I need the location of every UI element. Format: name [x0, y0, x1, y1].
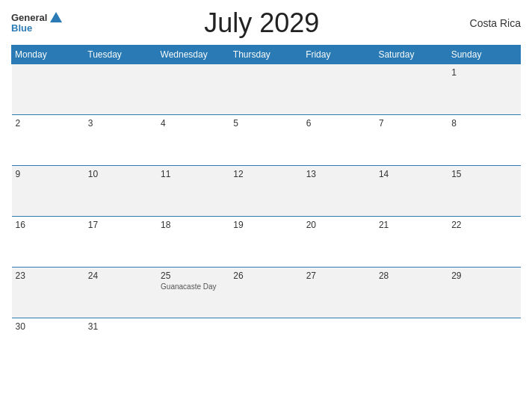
calendar-week-row: 2345678 [12, 115, 521, 166]
weekday-header-sunday: Sunday [448, 46, 520, 64]
day-number: 6 [306, 118, 371, 129]
day-number: 26 [233, 271, 298, 281]
weekday-header-wednesday: Wednesday [157, 46, 229, 64]
calendar-day-cell: 14 [375, 166, 448, 217]
calendar-day-cell: 21 [375, 217, 448, 268]
calendar-week-row: 9101112131415 [12, 166, 521, 217]
calendar-day-cell [229, 64, 302, 115]
day-number: 11 [161, 169, 226, 179]
calendar-day-cell: 9 [12, 166, 84, 217]
day-number: 9 [16, 169, 81, 179]
calendar-body: 1234567891011121314151617181920212223242… [12, 64, 521, 369]
calendar-day-cell: 1 [448, 64, 520, 115]
day-number: 18 [161, 220, 226, 230]
calendar-day-cell: 4 [157, 115, 229, 166]
holiday-label: Guanacaste Day [161, 282, 226, 291]
logo-triangle-icon [50, 12, 62, 22]
calendar-day-cell: 15 [448, 166, 520, 217]
day-number: 28 [379, 271, 444, 281]
day-number: 25 [161, 271, 226, 281]
calendar-header: General Blue July 2029 Costa Rica [11, 7, 521, 39]
day-number: 30 [16, 321, 81, 332]
calendar-day-cell [229, 318, 302, 369]
calendar-week-row: 3031 [12, 318, 521, 369]
calendar-day-cell: 16 [12, 217, 84, 268]
day-number: 7 [379, 118, 444, 129]
calendar-day-cell: 23 [12, 268, 84, 318]
calendar-day-cell: 2 [12, 115, 84, 166]
day-number: 12 [233, 169, 298, 179]
calendar-day-cell: 27 [303, 268, 375, 318]
calendar-day-cell [157, 318, 229, 369]
day-number: 29 [451, 271, 516, 281]
calendar-day-cell [84, 64, 157, 115]
day-number: 15 [451, 169, 516, 179]
logo-general-text: General [11, 13, 47, 23]
calendar-day-cell [303, 318, 375, 369]
calendar-day-cell: 17 [84, 217, 157, 268]
day-number: 10 [88, 169, 153, 179]
day-number: 16 [16, 220, 81, 230]
weekday-header-friday: Friday [303, 46, 375, 64]
calendar-day-cell: 25Guanacaste Day [157, 268, 229, 318]
calendar-day-cell: 24 [84, 268, 157, 318]
day-number: 1 [451, 67, 516, 78]
calendar-week-row: 232425Guanacaste Day26272829 [12, 268, 521, 318]
weekday-header-monday: Monday [12, 46, 84, 64]
day-number: 23 [16, 271, 81, 281]
calendar-week-row: 1 [12, 64, 521, 115]
calendar-day-cell: 8 [448, 115, 520, 166]
day-number: 8 [451, 118, 516, 129]
day-number: 21 [379, 220, 444, 230]
calendar-day-cell: 22 [448, 217, 520, 268]
calendar-day-cell: 7 [375, 115, 448, 166]
calendar-day-cell: 28 [375, 268, 448, 318]
calendar-day-cell: 3 [84, 115, 157, 166]
day-number: 14 [379, 169, 444, 179]
day-number: 17 [88, 220, 153, 230]
day-number: 22 [451, 220, 516, 230]
calendar-day-cell [157, 64, 229, 115]
day-number: 2 [16, 118, 81, 129]
calendar-day-cell: 30 [12, 318, 84, 369]
weekday-header-row: MondayTuesdayWednesdayThursdayFridaySatu… [12, 46, 521, 64]
calendar-day-cell: 18 [157, 217, 229, 268]
day-number: 31 [88, 321, 153, 332]
calendar-day-cell: 19 [229, 217, 302, 268]
day-number: 5 [233, 118, 298, 129]
calendar-day-cell [303, 64, 375, 115]
calendar-container: General Blue July 2029 Costa Rica Monday… [0, 0, 532, 411]
calendar-day-cell: 13 [303, 166, 375, 217]
calendar-header-row: MondayTuesdayWednesdayThursdayFridaySatu… [12, 46, 521, 64]
calendar-day-cell [448, 318, 520, 369]
day-number: 3 [88, 118, 153, 129]
country-label: Costa Rica [461, 17, 521, 29]
day-number: 13 [306, 169, 371, 179]
day-number: 24 [88, 271, 153, 281]
calendar-day-cell: 20 [303, 217, 375, 268]
month-title: July 2029 [62, 7, 461, 39]
day-number: 19 [233, 220, 298, 230]
day-number: 20 [306, 220, 371, 230]
calendar-day-cell: 31 [84, 318, 157, 369]
calendar-day-cell: 12 [229, 166, 302, 217]
weekday-header-thursday: Thursday [229, 46, 302, 64]
calendar-day-cell [375, 318, 448, 369]
calendar-day-cell: 6 [303, 115, 375, 166]
calendar-day-cell: 26 [229, 268, 302, 318]
weekday-header-saturday: Saturday [375, 46, 448, 64]
logo-blue-text: Blue [11, 23, 32, 34]
calendar-day-cell [375, 64, 448, 115]
weekday-header-tuesday: Tuesday [84, 46, 157, 64]
day-number: 27 [306, 271, 371, 281]
calendar-day-cell: 29 [448, 268, 520, 318]
day-number: 4 [161, 118, 226, 129]
calendar-day-cell: 5 [229, 115, 302, 166]
logo: General Blue [11, 12, 62, 34]
calendar-day-cell [12, 64, 84, 115]
calendar-week-row: 16171819202122 [12, 217, 521, 268]
calendar-table: MondayTuesdayWednesdayThursdayFridaySatu… [11, 45, 521, 369]
calendar-day-cell: 10 [84, 166, 157, 217]
calendar-day-cell: 11 [157, 166, 229, 217]
